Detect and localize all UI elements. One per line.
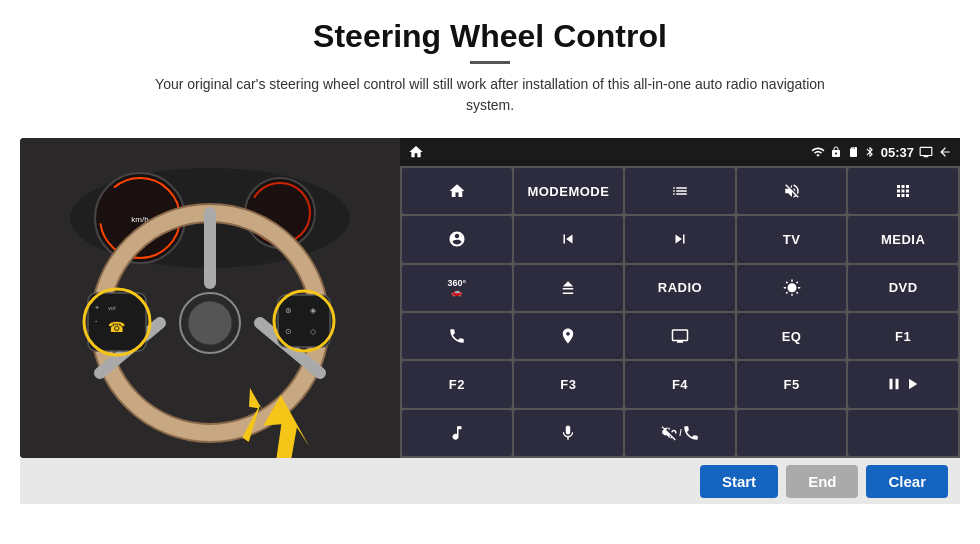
status-bar: 05:37 <box>400 138 960 166</box>
wheel-image: km/h + - vol ☎ <box>20 138 400 458</box>
btn-navi[interactable] <box>514 313 624 359</box>
btn-next[interactable] <box>625 216 735 262</box>
svg-point-14 <box>188 301 232 345</box>
title-section: Steering Wheel Control Your original car… <box>150 18 830 130</box>
btn-mute[interactable] <box>737 168 847 214</box>
btn-phone[interactable] <box>402 313 512 359</box>
bluetooth-icon <box>864 146 876 158</box>
btn-list[interactable] <box>625 168 735 214</box>
btn-r6c5-empty <box>848 410 958 456</box>
svg-text:☎: ☎ <box>108 319 125 335</box>
page-title: Steering Wheel Control <box>150 18 830 55</box>
btn-f2[interactable]: F2 <box>402 361 512 407</box>
btn-apps[interactable] <box>848 168 958 214</box>
status-right: 05:37 <box>811 145 952 160</box>
btn-vol-phone[interactable]: / <box>625 410 735 456</box>
svg-text:⊙: ⊙ <box>285 327 292 336</box>
svg-text:⊛: ⊛ <box>285 306 292 315</box>
btn-r6c4-empty <box>737 410 847 456</box>
start-button[interactable]: Start <box>700 465 778 498</box>
content-row: km/h + - vol ☎ <box>20 138 960 458</box>
lock-icon <box>830 146 842 158</box>
btn-eject[interactable] <box>514 265 624 311</box>
btn-home[interactable] <box>402 168 512 214</box>
svg-text:+: + <box>95 304 99 311</box>
android-panel: 05:37 MODEMODE <box>400 138 960 458</box>
btn-f1[interactable]: F1 <box>848 313 958 359</box>
btn-tv[interactable]: TV <box>737 216 847 262</box>
btn-playpause[interactable] <box>848 361 958 407</box>
status-time: 05:37 <box>881 145 914 160</box>
sd-icon <box>847 146 859 158</box>
back-icon <box>938 145 952 159</box>
page-subtitle: Your original car's steering wheel contr… <box>150 74 830 116</box>
svg-text:vol: vol <box>108 305 116 311</box>
svg-rect-20 <box>278 295 330 347</box>
svg-text:◈: ◈ <box>310 306 317 315</box>
btn-radio[interactable]: RADIO <box>625 265 735 311</box>
end-button[interactable]: End <box>786 465 858 498</box>
screen-icon <box>919 145 933 159</box>
home-status-icon <box>408 144 424 160</box>
btn-f5[interactable]: F5 <box>737 361 847 407</box>
btn-f3[interactable]: F3 <box>514 361 624 407</box>
btn-display[interactable] <box>625 313 735 359</box>
wifi-icon <box>811 145 825 159</box>
btn-media[interactable]: MEDIA <box>848 216 958 262</box>
btn-360cam[interactable]: 360°🚗 <box>402 265 512 311</box>
clear-button[interactable]: Clear <box>866 465 948 498</box>
btn-dvd[interactable]: DVD <box>848 265 958 311</box>
title-divider <box>470 61 510 64</box>
btn-f4[interactable]: F4 <box>625 361 735 407</box>
status-left <box>408 144 424 160</box>
btn-mode[interactable]: MODEMODE <box>514 168 624 214</box>
bottom-buttons-bar: Start End Clear <box>20 458 960 504</box>
svg-text:◇: ◇ <box>310 327 317 336</box>
btn-mic[interactable] <box>514 410 624 456</box>
btn-prev[interactable] <box>514 216 624 262</box>
page-wrapper: Steering Wheel Control Your original car… <box>0 0 980 544</box>
btn-settings[interactable] <box>402 216 512 262</box>
btn-music[interactable] <box>402 410 512 456</box>
btn-eq[interactable]: EQ <box>737 313 847 359</box>
button-grid: MODEMODE <box>400 166 960 458</box>
btn-brightness[interactable] <box>737 265 847 311</box>
